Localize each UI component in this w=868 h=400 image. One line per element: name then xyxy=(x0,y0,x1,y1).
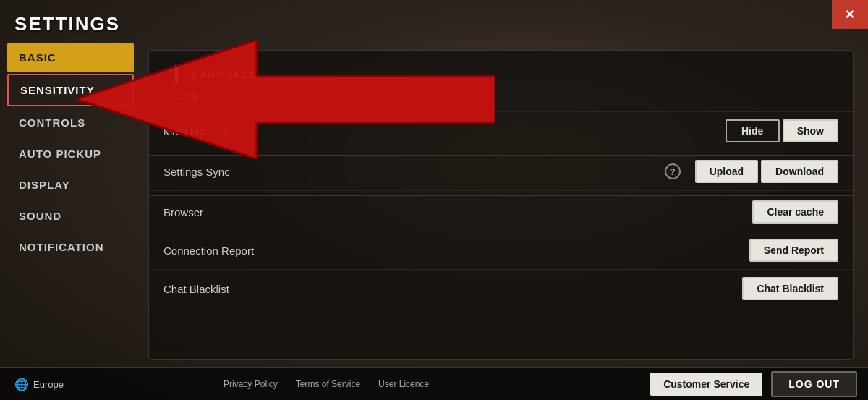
connection-report-label: Connection Report xyxy=(163,244,749,257)
language-value: Eng... xyxy=(163,86,838,104)
region-label: Europe xyxy=(33,379,64,390)
upload-download-buttons: Upload Download xyxy=(695,160,838,183)
minimap-row: Main Me... ..e Hide Show xyxy=(149,112,853,150)
hide-show-buttons: Hide Show xyxy=(726,119,838,142)
send-report-button[interactable]: Send Report xyxy=(749,239,838,262)
show-button[interactable]: Show xyxy=(783,119,838,142)
hide-button[interactable]: Hide xyxy=(726,119,780,142)
upload-button[interactable]: Upload xyxy=(695,160,758,183)
help-icon[interactable]: ? xyxy=(665,163,681,179)
privacy-policy-link[interactable]: Privacy Policy xyxy=(224,379,278,389)
sidebar-item-controls[interactable]: CONTROLS xyxy=(7,108,134,137)
sidebar-item-notification[interactable]: NOTIFICATION xyxy=(7,232,134,262)
content-area: LANGUAGE Eng... Main Me... ..e Hide Show… xyxy=(141,43,868,367)
browser-label: Browser xyxy=(163,206,752,218)
settings-title: SETTINGS xyxy=(0,0,868,43)
sidebar: BASIC SENSITIVITY CONTROLS AUTO PICKUP D… xyxy=(0,43,141,367)
minimap-label: Main Me... ..e xyxy=(163,125,726,137)
footer: 🌐 Europe Privacy Policy Terms of Service… xyxy=(0,367,868,400)
content-panel: LANGUAGE Eng... Main Me... ..e Hide Show… xyxy=(148,50,854,360)
sidebar-item-display[interactable]: DISPLAY xyxy=(7,170,134,200)
chat-blacklist-button[interactable]: Chat Blacklist xyxy=(742,277,838,300)
download-button[interactable]: Download xyxy=(761,160,838,183)
footer-region: 🌐 Europe xyxy=(14,378,64,391)
user-licence-link[interactable]: User Licence xyxy=(378,379,429,389)
language-header: LANGUAGE xyxy=(175,65,838,83)
clear-cache-button[interactable]: Clear cache xyxy=(752,200,838,224)
sidebar-item-basic[interactable]: BASIC xyxy=(7,43,134,72)
chat-blacklist-row: Chat Blacklist Chat Blacklist xyxy=(149,270,853,307)
sidebar-item-sensitivity[interactable]: SENSITIVITY xyxy=(7,74,134,106)
settings-sync-label: Settings Sync xyxy=(163,166,665,178)
close-button[interactable]: × xyxy=(832,0,868,29)
main-area: BASIC SENSITIVITY CONTROLS AUTO PICKUP D… xyxy=(0,43,868,367)
customer-service-button[interactable]: Customer Service xyxy=(650,373,762,396)
globe-icon: 🌐 xyxy=(14,378,29,391)
sidebar-item-sound[interactable]: SOUND xyxy=(7,201,134,231)
logout-button[interactable]: LOG OUT xyxy=(771,371,857,397)
settings-sync-row: Settings Sync ? Upload Download xyxy=(149,155,853,191)
sidebar-item-auto-pickup[interactable]: AUTO PICKUP xyxy=(7,139,134,169)
chat-blacklist-label: Chat Blacklist xyxy=(163,283,742,295)
browser-row: Browser Clear cache xyxy=(149,195,853,231)
footer-links: Privacy Policy Terms of Service User Lic… xyxy=(11,379,642,389)
terms-of-service-link[interactable]: Terms of Service xyxy=(296,379,360,389)
settings-container: SETTINGS BASIC SENSITIVITY CONTROLS AUTO… xyxy=(0,0,868,400)
language-row: LANGUAGE Eng... xyxy=(149,58,853,112)
close-icon: × xyxy=(846,7,855,22)
connection-report-row: Connection Report Send Report xyxy=(149,231,853,270)
